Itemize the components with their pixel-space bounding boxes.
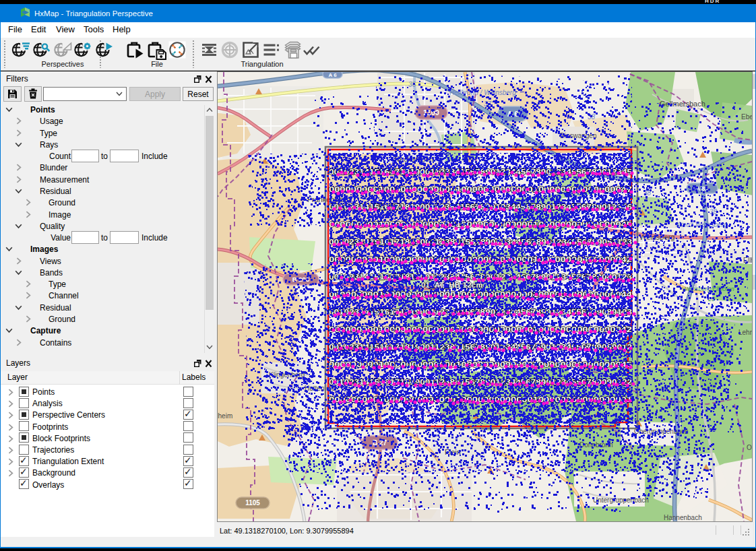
svg-text:Hannenbach: Hannenbach (664, 514, 702, 521)
svg-text:dheim: dheim (218, 412, 232, 420)
svg-text:01_AT_HB 12cm: 01_AT_HB 12cm (421, 281, 483, 289)
svg-text:Oedheim: Oedheim (747, 444, 752, 451)
svg-text:A 6: A 6 (328, 72, 337, 78)
svg-text:1105: 1105 (245, 499, 260, 507)
svg-text:Eberstadt: Eberstadt (741, 113, 752, 121)
